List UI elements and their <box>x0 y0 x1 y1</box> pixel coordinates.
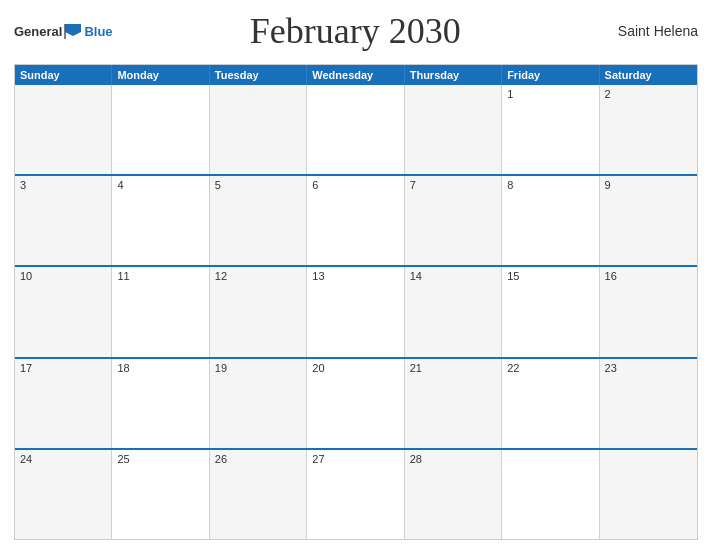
day-cell-24: 24 <box>15 450 112 539</box>
day-cell-empty <box>210 85 307 174</box>
page: General Blue February 2030 Saint Helena … <box>0 0 712 550</box>
month-title: February 2030 <box>113 10 598 52</box>
location: Saint Helena <box>598 23 698 39</box>
day-header-saturday: Saturday <box>600 65 697 85</box>
day-cell-empty <box>112 85 209 174</box>
day-number: 5 <box>215 179 301 191</box>
day-cell-23: 23 <box>600 359 697 448</box>
day-cell-4: 4 <box>112 176 209 265</box>
day-number: 26 <box>215 453 301 465</box>
day-number: 12 <box>215 270 301 282</box>
week-row-3: 10111213141516 <box>15 265 697 356</box>
day-cell-20: 20 <box>307 359 404 448</box>
day-cell-empty <box>15 85 112 174</box>
day-number: 13 <box>312 270 398 282</box>
day-cell-6: 6 <box>307 176 404 265</box>
day-cell-7: 7 <box>405 176 502 265</box>
day-number: 28 <box>410 453 496 465</box>
day-cell-16: 16 <box>600 267 697 356</box>
day-number: 2 <box>605 88 692 100</box>
logo-flag-icon <box>63 22 83 40</box>
day-headers: SundayMondayTuesdayWednesdayThursdayFrid… <box>15 65 697 85</box>
day-number: 3 <box>20 179 106 191</box>
day-cell-1: 1 <box>502 85 599 174</box>
day-cell-12: 12 <box>210 267 307 356</box>
day-cell-21: 21 <box>405 359 502 448</box>
day-cell-2: 2 <box>600 85 697 174</box>
day-header-tuesday: Tuesday <box>210 65 307 85</box>
day-number: 10 <box>20 270 106 282</box>
day-number: 1 <box>507 88 593 100</box>
header: General Blue February 2030 Saint Helena <box>14 10 698 56</box>
day-header-thursday: Thursday <box>405 65 502 85</box>
day-number: 20 <box>312 362 398 374</box>
day-cell-15: 15 <box>502 267 599 356</box>
day-header-sunday: Sunday <box>15 65 112 85</box>
day-number: 21 <box>410 362 496 374</box>
day-number: 17 <box>20 362 106 374</box>
day-cell-25: 25 <box>112 450 209 539</box>
day-cell-13: 13 <box>307 267 404 356</box>
day-number: 11 <box>117 270 203 282</box>
week-row-2: 3456789 <box>15 174 697 265</box>
day-number: 16 <box>605 270 692 282</box>
day-number: 4 <box>117 179 203 191</box>
logo: General Blue <box>14 22 113 40</box>
day-cell-empty <box>600 450 697 539</box>
day-cell-27: 27 <box>307 450 404 539</box>
day-cell-8: 8 <box>502 176 599 265</box>
day-number: 27 <box>312 453 398 465</box>
day-number: 8 <box>507 179 593 191</box>
day-cell-14: 14 <box>405 267 502 356</box>
day-cell-10: 10 <box>15 267 112 356</box>
day-number: 23 <box>605 362 692 374</box>
week-row-5: 2425262728 <box>15 448 697 539</box>
day-number: 22 <box>507 362 593 374</box>
day-cell-22: 22 <box>502 359 599 448</box>
day-cell-9: 9 <box>600 176 697 265</box>
logo-general-text: General <box>14 24 62 39</box>
week-row-4: 17181920212223 <box>15 357 697 448</box>
day-cell-19: 19 <box>210 359 307 448</box>
day-number: 14 <box>410 270 496 282</box>
day-number: 24 <box>20 453 106 465</box>
day-cell-empty <box>405 85 502 174</box>
day-cell-17: 17 <box>15 359 112 448</box>
day-cell-11: 11 <box>112 267 209 356</box>
svg-marker-0 <box>65 24 81 36</box>
day-header-wednesday: Wednesday <box>307 65 404 85</box>
day-cell-26: 26 <box>210 450 307 539</box>
day-cell-empty <box>502 450 599 539</box>
weeks: 1234567891011121314151617181920212223242… <box>15 85 697 539</box>
week-row-1: 12 <box>15 85 697 174</box>
logo-blue-text: Blue <box>84 24 112 39</box>
day-number: 7 <box>410 179 496 191</box>
day-number: 18 <box>117 362 203 374</box>
day-header-monday: Monday <box>112 65 209 85</box>
day-number: 9 <box>605 179 692 191</box>
day-cell-empty <box>307 85 404 174</box>
day-number: 6 <box>312 179 398 191</box>
day-number: 19 <box>215 362 301 374</box>
day-header-friday: Friday <box>502 65 599 85</box>
day-number: 25 <box>117 453 203 465</box>
day-cell-28: 28 <box>405 450 502 539</box>
day-number: 15 <box>507 270 593 282</box>
day-cell-18: 18 <box>112 359 209 448</box>
day-cell-3: 3 <box>15 176 112 265</box>
calendar: SundayMondayTuesdayWednesdayThursdayFrid… <box>14 64 698 540</box>
day-cell-5: 5 <box>210 176 307 265</box>
